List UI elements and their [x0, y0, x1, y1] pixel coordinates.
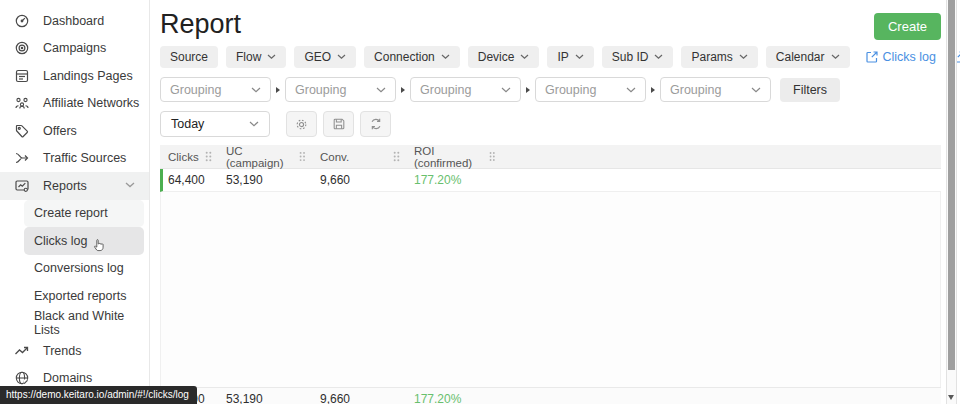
sidebar-item-create-report[interactable]: Create report — [24, 200, 144, 228]
sidebar-item-conversions-log[interactable]: Conversions log — [24, 255, 144, 283]
scrollbar-thumb[interactable] — [948, 0, 955, 370]
sidebar-subitem-label: Conversions log — [34, 261, 124, 275]
column-header-uc-campaign[interactable]: UC (campaign) — [218, 145, 312, 168]
footer-uc-campaign: 53,190 — [218, 392, 312, 404]
grouping-select-2[interactable]: Grouping — [285, 77, 396, 102]
sidebar-item-offers[interactable]: Offers — [0, 117, 149, 145]
sidebar-item-traffic-sources[interactable]: Traffic Sources — [0, 145, 149, 173]
grouping-placeholder: Grouping — [170, 83, 221, 97]
filter-chip-geo[interactable]: GEO — [294, 46, 356, 68]
filter-chip-flow[interactable]: Flow — [226, 46, 286, 68]
filters-button[interactable]: Filters — [780, 78, 840, 102]
sidebar-item-label: Offers — [43, 124, 77, 138]
column-header-roi-confirmed[interactable]: ROI (confirmed) — [406, 145, 501, 168]
grouping-placeholder: Grouping — [670, 83, 721, 97]
scrollbar-down-arrow-icon[interactable] — [948, 395, 954, 400]
sidebar-item-reports[interactable]: Reports — [0, 172, 149, 200]
table-header: Clicks UC (campaign) Conv. ROI (confirme… — [160, 145, 941, 169]
chevron-down-icon — [376, 87, 386, 93]
page-title: Report — [160, 8, 941, 40]
external-link-icon — [866, 51, 878, 63]
filter-chip-subid[interactable]: Sub ID — [602, 46, 674, 68]
sidebar-item-affiliate-networks[interactable]: Affiliate Networks — [0, 90, 149, 118]
domains-icon — [13, 370, 30, 387]
sidebar-item-label: Affiliate Networks — [43, 96, 139, 110]
chip-label: Calendar — [776, 50, 825, 64]
settings-button[interactable] — [286, 111, 317, 137]
chevron-down-icon — [501, 87, 511, 93]
filter-chip-device[interactable]: Device — [468, 46, 540, 68]
chip-label: Device — [478, 50, 515, 64]
date-range-value: Today — [171, 117, 204, 131]
column-label: ROI (confirmed) — [414, 145, 489, 169]
chevron-down-icon — [575, 54, 584, 60]
date-range-select[interactable]: Today — [160, 111, 270, 137]
chip-label: Flow — [236, 50, 261, 64]
landings-pages-icon — [13, 67, 30, 84]
arrow-separator-icon — [401, 87, 405, 93]
sidebar-item-label: Reports — [43, 179, 87, 193]
sidebar-item-campaigns[interactable]: Campaigns — [0, 35, 149, 63]
clicks-log-link[interactable]: Clicks log — [866, 50, 937, 64]
sidebar-subitem-label: Black and White Lists — [34, 309, 144, 337]
main-content: Create Report Source Flow GEO Connection… — [150, 0, 960, 404]
chevron-down-icon — [831, 54, 840, 60]
sidebar-item-label: Trends — [43, 344, 81, 358]
create-button[interactable]: Create — [874, 13, 941, 40]
footer-roi-confirmed: 177.20% — [406, 392, 501, 404]
sidebar-item-clicks-log[interactable]: Clicks log — [24, 227, 144, 255]
chevron-down-icon — [739, 54, 748, 60]
chip-label: GEO — [304, 50, 331, 64]
cell-clicks: 64,400 — [163, 173, 218, 187]
filter-chip-params[interactable]: Params — [681, 46, 757, 68]
arrow-separator-icon — [651, 87, 655, 93]
grouping-select-3[interactable]: Grouping — [410, 77, 521, 102]
drag-handle-icon[interactable] — [489, 151, 495, 162]
column-label: Conv. — [320, 151, 349, 163]
drag-handle-icon[interactable] — [299, 151, 306, 162]
save-report-button[interactable] — [323, 111, 354, 137]
drag-handle-icon[interactable] — [205, 151, 212, 162]
traffic-sources-icon — [13, 150, 30, 167]
chip-label: Params — [691, 50, 732, 64]
settings-icon — [294, 117, 309, 132]
sidebar-item-trends[interactable]: Trends — [0, 337, 149, 365]
column-header-conv[interactable]: Conv. — [312, 145, 406, 168]
grouping-select-1[interactable]: Grouping — [160, 77, 271, 102]
sidebar-item-label: Domains — [43, 371, 92, 385]
sidebar-item-black-white-lists[interactable]: Black and White Lists — [24, 310, 144, 338]
table-row[interactable]: 64,400 53,190 9,660 177.20% — [160, 169, 941, 192]
sidebar-subitem-label: Exported reports — [34, 289, 126, 303]
filter-chip-ip[interactable]: IP — [547, 46, 593, 68]
sidebar: Dashboard Campaigns Landings Pages Affil… — [0, 0, 150, 404]
sidebar-item-dashboard[interactable]: Dashboard — [0, 7, 149, 35]
chip-label: IP — [557, 50, 568, 64]
sidebar-item-exported-reports[interactable]: Exported reports — [24, 282, 144, 310]
grouping-select-5[interactable]: Grouping — [660, 77, 771, 102]
sidebar-item-landings-pages[interactable]: Landings Pages — [0, 62, 149, 90]
drag-handle-icon[interactable] — [393, 151, 400, 162]
filter-chip-connection[interactable]: Connection — [364, 46, 460, 68]
arrow-separator-icon — [276, 87, 280, 93]
chevron-down-icon — [249, 121, 259, 127]
sidebar-item-label: Dashboard — [43, 14, 104, 28]
refresh-button[interactable] — [360, 111, 391, 137]
grouping-select-4[interactable]: Grouping — [535, 77, 646, 102]
dashboard-icon — [13, 12, 30, 29]
affiliate-networks-icon — [13, 95, 30, 112]
refresh-icon — [369, 117, 383, 131]
filter-chip-source[interactable]: Source — [160, 46, 218, 68]
arrow-separator-icon — [526, 87, 530, 93]
footer-conv: 9,660 — [312, 392, 406, 404]
cell-conv: 9,660 — [312, 173, 406, 187]
column-header-clicks[interactable]: Clicks — [160, 145, 218, 168]
vertical-scrollbar[interactable] — [946, 0, 957, 404]
chip-label: Sub ID — [612, 50, 649, 64]
filter-chip-calendar[interactable]: Calendar — [766, 46, 850, 68]
table-footer-row: 64,400 53,190 9,660 177.20% — [160, 387, 941, 404]
save-icon — [332, 117, 346, 131]
sidebar-item-label: Campaigns — [43, 41, 106, 55]
grouping-placeholder: Grouping — [295, 83, 346, 97]
sidebar-item-label: Landings Pages — [43, 69, 133, 83]
hand-cursor-icon — [93, 237, 106, 252]
